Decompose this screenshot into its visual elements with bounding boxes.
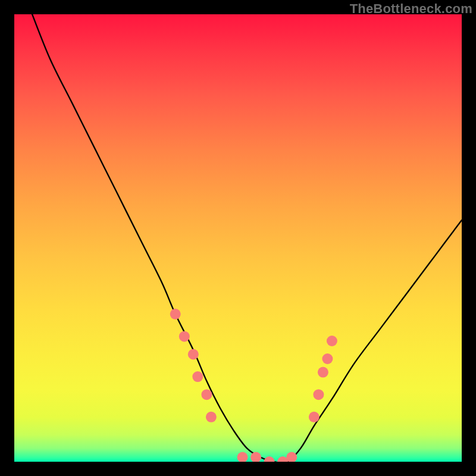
highlight-dot	[313, 389, 324, 400]
highlight-dot	[322, 353, 333, 364]
chart-svg	[14, 14, 462, 462]
highlight-dot	[309, 412, 320, 422]
highlight-dot	[286, 452, 297, 462]
highlight-dot	[237, 452, 248, 462]
highlight-dot	[264, 456, 275, 462]
highlight-dot	[188, 349, 199, 360]
marker-layer	[170, 309, 337, 462]
plot-area	[14, 14, 462, 462]
bottleneck-curve	[32, 14, 462, 462]
highlight-dot	[250, 452, 261, 462]
highlight-dot	[179, 331, 190, 342]
highlight-dot	[318, 367, 328, 378]
highlight-dot	[327, 336, 337, 346]
highlight-dot	[192, 371, 203, 382]
highlight-dot	[201, 389, 212, 400]
chart-frame: TheBottleneck.com	[0, 0, 476, 476]
highlight-dot	[206, 412, 217, 422]
curve-layer	[32, 14, 462, 462]
highlight-dot	[170, 309, 181, 320]
